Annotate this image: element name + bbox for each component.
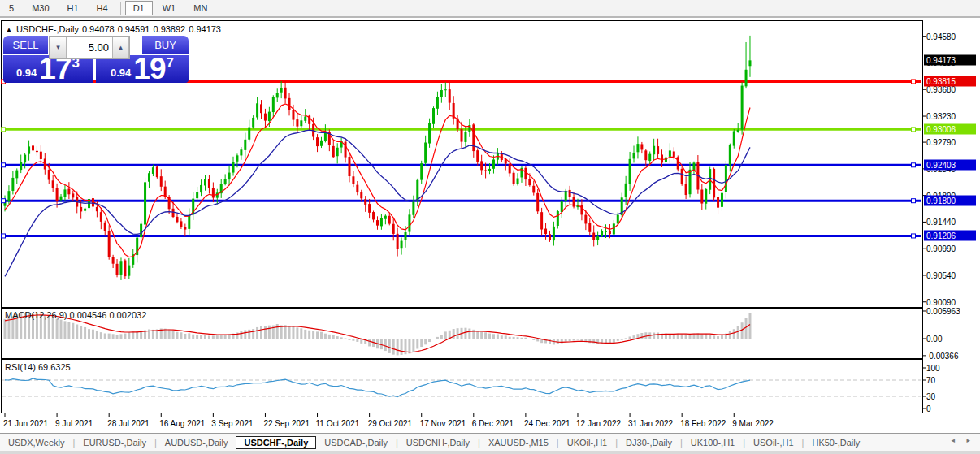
chart-tab-uk100-h1[interactable]: UK100-,H1 (683, 436, 743, 449)
buy-price-big-figure: 0.94 (111, 67, 131, 79)
timeframe-button-m30[interactable]: M30 (24, 1, 57, 15)
price-axis-tick: 0.92790 (926, 138, 956, 147)
date-axis-label: 22 Sep 2021 (263, 419, 310, 428)
trading-terminal-window: 5M30H1H4D1W1MN ▲USDCHF-,Daily0.940780.94… (0, 0, 980, 454)
chart-tab-bar: USDX,Weekly|EURUSD-,Daily|AUDUSD-,DailyU… (0, 433, 980, 451)
price-axis-tick: 0.91440 (926, 218, 956, 227)
rsi-axis-tick: 30 (926, 392, 935, 401)
buy-price-pips: 19 (133, 55, 165, 83)
date-axis-label: 6 Dec 2021 (472, 419, 514, 428)
chart-tab-ukoil-h1[interactable]: UKOil-,H1 (559, 436, 616, 449)
price-axis-marker: 0.93815 (924, 76, 976, 87)
date-axis-label: 3 Sep 2021 (211, 419, 253, 428)
chart-tab-usdx-weekly[interactable]: USDX,Weekly (0, 436, 72, 449)
price-axis-tick: 0.90090 (926, 297, 956, 306)
chart-tab-dj30-daily[interactable]: DJ30-,Daily (618, 436, 680, 449)
rsi-axis-tick: 70 (926, 376, 935, 385)
timeframe-button-h4[interactable]: H4 (89, 1, 116, 15)
chart-tab-usoil-h1[interactable]: USOil-,H1 (745, 436, 802, 449)
chart-tab-audusd-daily[interactable]: AUDUSD-,Daily (157, 436, 236, 449)
ohlc-close: 0.94173 (189, 24, 221, 34)
chart-title: ▲USDCHF-,Daily0.940780.945910.938920.941… (6, 24, 224, 34)
date-axis-label: 9 Mar 2022 (732, 419, 774, 428)
price-axis-marker: 0.91206 (924, 231, 976, 241)
volume-input[interactable] (67, 37, 112, 58)
price-axis-marker: 0.93006 (924, 124, 976, 135)
date-axis-label: 21 Jun 2021 (3, 419, 48, 428)
chart-tab-usdcnh-daily[interactable]: USDCNH-,Daily (398, 436, 478, 449)
date-axis-label: 29 Oct 2021 (368, 419, 412, 428)
sell-price-pips: 17 (39, 55, 71, 83)
date-axis-label: 31 Jan 2022 (628, 419, 673, 428)
date-axis-label: 28 Jul 2021 (107, 419, 150, 428)
chart-tab-eurusd-daily[interactable]: EURUSD-,Daily (75, 436, 154, 449)
rsi-axis-tick: 100 (926, 364, 940, 373)
chart-tab-xauusd-m15[interactable]: XAUUSD-,M15 (480, 436, 557, 449)
buy-price-pipette: 7 (167, 55, 174, 71)
macd-indicator-label: MACD(12,26,9) 0.004546 0.002032 (5, 310, 146, 320)
volume-increase-button[interactable]: ▴ (112, 37, 129, 58)
ohlc-high: 0.94591 (118, 24, 150, 34)
date-axis-label: 16 Aug 2021 (159, 419, 205, 428)
chart-tab-usdchf-daily[interactable]: USDCHF-,Daily (236, 436, 316, 449)
macd-axis-tick: -0.00366 (926, 351, 958, 360)
date-axis-label: 12 Jan 2022 (576, 419, 621, 428)
volume-decrease-button[interactable]: ▾ (50, 37, 67, 58)
price-axis-tick: 0.94580 (926, 32, 956, 41)
date-axis-label: 24 Dec 2021 (524, 419, 570, 428)
volume-spinner: ▾ ▴ (49, 36, 130, 59)
price-axis-marker: 0.91800 (924, 196, 976, 206)
date-axis-label: 18 Feb 2022 (680, 419, 726, 428)
buy-price-display[interactable]: 0.94 19 7 (96, 55, 189, 83)
timeframe-button-5[interactable]: 5 (1, 1, 22, 15)
price-axis-tick: 0.93230 (926, 112, 956, 121)
timeframe-button-d1[interactable]: D1 (125, 1, 153, 15)
timeframe-button-h1[interactable]: H1 (59, 1, 87, 15)
chart-tab-hk50-daily[interactable]: HK50-,Daily (804, 436, 868, 449)
date-axis-label: 11 Oct 2021 (316, 419, 360, 428)
price-axis-tick: 0.90540 (926, 270, 956, 279)
macd-axis-tick: 0.005963 (926, 306, 960, 315)
price-axis-marker: 0.92403 (924, 160, 976, 171)
timeframe-button-w1[interactable]: W1 (154, 1, 184, 15)
rsi-indicator-pane[interactable] (1, 359, 923, 413)
one-click-trading-panel: SELL ▾ ▴ BUY 0.94 17 3 0.94 19 7 (3, 36, 189, 83)
tab-scroll-arrows[interactable]: ◂ ▸ (951, 436, 975, 444)
chart-symbol-period: USDCHF-,Daily (16, 24, 79, 34)
ohlc-low: 0.93892 (153, 24, 185, 34)
timeframe-button-mn[interactable]: MN (185, 1, 215, 15)
date-axis-label: 17 Nov 2021 (420, 419, 466, 428)
rsi-axis-tick: 0 (926, 404, 931, 413)
date-axis-label: 9 Jul 2021 (55, 419, 93, 428)
chart-tab-usdcad-daily[interactable]: USDCAD-,Daily (316, 436, 396, 449)
timeframe-toolbar: 5M30H1H4D1W1MN (0, 0, 980, 18)
macd-axis-tick: 0.00 (926, 335, 942, 344)
ohlc-open: 0.94078 (82, 24, 115, 34)
price-axis-tick: 0.90990 (926, 244, 956, 253)
price-axis-marker: 0.94173 (924, 55, 976, 66)
rsi-indicator-label: RSI(14) 69.6325 (5, 362, 71, 372)
collapse-panel-icon[interactable]: ▲ (6, 26, 12, 33)
toolbar-separator (120, 2, 121, 15)
sell-price-display[interactable]: 0.94 17 3 (3, 55, 93, 83)
sell-price-big-figure: 0.94 (16, 67, 37, 79)
